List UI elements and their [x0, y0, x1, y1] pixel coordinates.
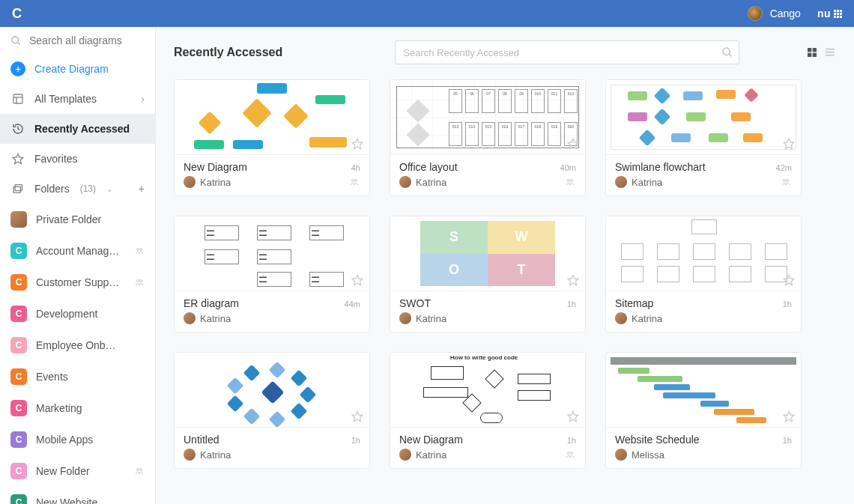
card-thumbnail[interactable] [175, 353, 369, 428]
card-thumbnail[interactable] [606, 353, 801, 428]
favorite-button[interactable] [783, 138, 795, 150]
folder-item[interactable]: C Employee Onboa... [0, 330, 155, 361]
diagram-card[interactable]: New Diagram4hKatrina [174, 79, 370, 196]
card-time: 1h [783, 436, 792, 445]
folder-item[interactable]: C Development [0, 298, 155, 330]
svg-marker-48 [352, 275, 362, 285]
svg-point-24 [137, 469, 139, 471]
diagram-card[interactable]: Swimlane flowchart42mKatrina [605, 79, 802, 196]
folder-item[interactable]: C New Website [0, 487, 155, 504]
folder-label: Development [36, 308, 98, 320]
diagram-card[interactable]: ▬▬▬▬▬▬▬▬▬▬▬▬▬▬▬▬▬▬▬▬▬▬▬▬▬▬▬▬ER diagram44… [174, 216, 370, 333]
card-title: Untitled [184, 434, 219, 446]
card-thumbnail[interactable] [606, 216, 801, 291]
app-switcher[interactable]: nu [817, 7, 842, 19]
list-view-button[interactable] [824, 46, 836, 58]
svg-rect-35 [813, 53, 817, 57]
sidebar-search[interactable] [0, 27, 155, 54]
user-avatar[interactable] [748, 6, 763, 21]
folder-label: Customer Support [36, 276, 120, 288]
card-thumbnail[interactable]: 0506070809010011012013014015016017018019… [390, 80, 585, 155]
grid-view-button[interactable] [806, 46, 818, 58]
svg-marker-50 [784, 275, 793, 285]
shared-icon [134, 246, 145, 255]
svg-point-40 [352, 180, 354, 182]
brand-logo[interactable]: C [12, 6, 22, 22]
card-time: 42m [776, 163, 792, 172]
diagram-card[interactable]: How to write good codeNew Diagram1hKatri… [390, 352, 586, 469]
card-time: 40m [560, 163, 576, 172]
folder-item[interactable]: C Marketing [0, 392, 155, 424]
folder-item[interactable]: C Customer Support [0, 267, 155, 298]
sidebar-search-input[interactable] [29, 34, 145, 46]
svg-rect-32 [808, 48, 811, 52]
svg-line-1 [17, 42, 19, 44]
create-diagram-button[interactable]: + Create Diagram [0, 54, 155, 84]
templates-icon [10, 91, 25, 106]
card-author: Katrina [200, 313, 231, 324]
svg-point-11 [140, 249, 142, 251]
svg-point-44 [571, 180, 573, 182]
shared-icon [134, 278, 145, 287]
author-avatar [399, 312, 411, 324]
diagram-card[interactable]: Untitled1hKatrina [174, 352, 370, 469]
topbar: C Cango nu [0, 0, 854, 27]
folder-item[interactable]: C New Folder [0, 455, 155, 487]
card-thumbnail[interactable] [606, 80, 801, 155]
card-thumbnail[interactable]: How to write good code [390, 353, 585, 428]
card-thumbnail[interactable] [175, 80, 369, 155]
nav-all-templates[interactable]: All Templates › [0, 84, 155, 114]
favorite-button[interactable] [351, 410, 363, 422]
history-icon [10, 121, 25, 136]
diagram-card[interactable]: Sitemap1hKatrina [605, 216, 802, 333]
diagram-card[interactable]: SWOTSWOT1hKatrina [390, 216, 586, 333]
svg-point-30 [723, 48, 730, 55]
card-time: 4h [351, 163, 360, 172]
nav-folders[interactable]: Folders (13) ⌄ + [0, 174, 155, 204]
svg-line-31 [729, 54, 731, 56]
folder-label: New Website [36, 497, 97, 504]
favorite-button[interactable] [567, 410, 579, 422]
favorite-button[interactable] [783, 274, 795, 286]
svg-marker-39 [352, 139, 362, 148]
folders-icon [10, 181, 25, 196]
add-folder-button[interactable]: + [139, 183, 145, 195]
favorite-button[interactable] [351, 138, 363, 150]
folder-item[interactable]: C Mobile Apps [0, 424, 155, 455]
favorite-button[interactable] [783, 410, 795, 422]
favorite-button[interactable] [567, 138, 579, 150]
shared-icon [564, 450, 576, 459]
diagram-card[interactable]: Website Schedule1hMelissa [605, 352, 802, 469]
svg-point-12 [137, 280, 139, 282]
username[interactable]: Cango [770, 7, 801, 19]
nav-label: Favorites [34, 153, 78, 165]
svg-rect-34 [808, 53, 811, 57]
folder-item[interactable]: C Events [0, 361, 155, 392]
card-thumbnail[interactable]: SWOT [390, 216, 585, 291]
svg-point-46 [784, 180, 786, 182]
card-title: New Diagram [184, 161, 247, 173]
favorite-button[interactable] [351, 274, 363, 286]
svg-point-25 [140, 469, 142, 471]
author-avatar [615, 312, 627, 324]
diagram-card[interactable]: 0506070809010011012013014015016017018019… [390, 79, 586, 196]
folder-label: Events [36, 371, 68, 383]
author-avatar [399, 449, 411, 461]
card-time: 44m [345, 300, 360, 309]
main-search-input[interactable] [395, 40, 739, 64]
folder-private[interactable]: Private Folder [0, 204, 155, 235]
folder-icon: C [10, 306, 27, 322]
folders-count: (13) [80, 183, 96, 194]
search-icon [721, 46, 733, 58]
card-thumbnail[interactable]: ▬▬▬▬▬▬▬▬▬▬▬▬▬▬▬▬▬▬▬▬▬▬▬▬▬▬▬▬ [175, 216, 369, 291]
folder-icon: C [10, 274, 27, 291]
favorite-button[interactable] [567, 274, 579, 286]
main-search[interactable] [395, 40, 739, 64]
folder-item[interactable]: C Account Manage... [0, 235, 155, 267]
card-title: ER diagram [184, 297, 239, 309]
author-avatar [615, 449, 627, 461]
page-title: Recently Accessed [174, 46, 282, 59]
nav-favorites[interactable]: Favorites [0, 144, 155, 174]
nav-recently-accessed[interactable]: Recently Accessed [0, 114, 155, 144]
card-time: 1h [567, 436, 576, 445]
